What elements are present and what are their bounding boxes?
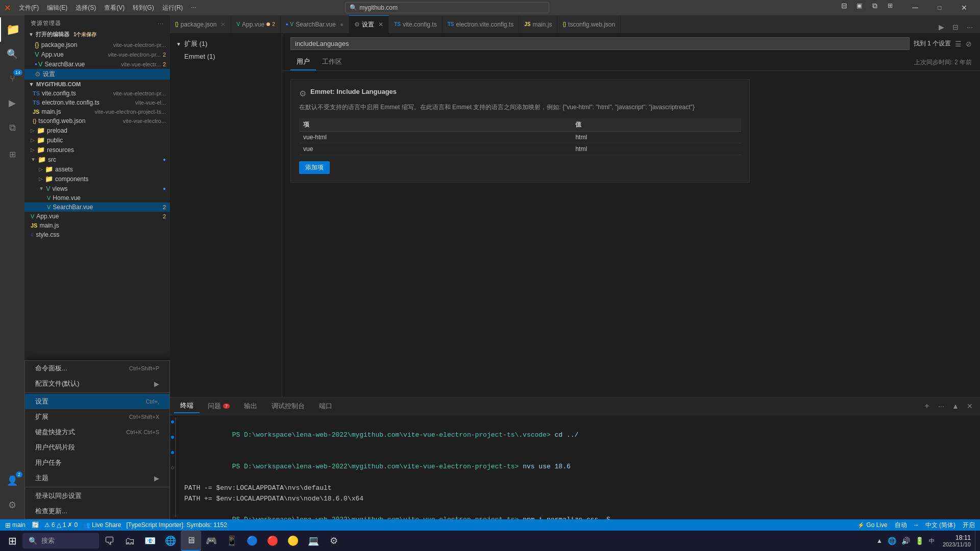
tab-electronvite[interactable]: TS electron.vite.config.ts xyxy=(443,15,520,33)
settings-tab-workspace[interactable]: 工作区 xyxy=(316,54,348,70)
tab-settings[interactable]: ⚙ 设置 ✕ xyxy=(349,15,389,33)
open-editor-item-settings[interactable]: ⚙ 设置 xyxy=(24,69,170,80)
show-desktop-button[interactable] xyxy=(975,531,978,551)
tab-tsconfigweb[interactable]: {} tsconfig.web.json xyxy=(557,15,621,33)
taskbar-icon-game[interactable]: 🎮 xyxy=(201,531,222,551)
settings-card-gear-icon[interactable]: ⚙ xyxy=(299,89,306,98)
settings-add-item-button[interactable]: 添加项 xyxy=(299,161,330,174)
status-item-liveshare[interactable]: 👥 Live Share xyxy=(81,519,123,531)
terminal-tab-problems[interactable]: 问题 7 xyxy=(202,399,236,413)
folder-public[interactable]: ▷ 📁 public xyxy=(24,135,170,145)
taskbar-icon-terminal[interactable]: 💻 xyxy=(303,531,324,551)
tab-close-2[interactable]: ● xyxy=(340,21,344,28)
status-item-language[interactable]: 中文 (简体) xyxy=(922,519,959,531)
activity-item-manage[interactable]: ⚙ xyxy=(0,493,24,517)
context-menu-item-sync[interactable]: 登录以同步设置 xyxy=(25,488,169,504)
folder-components[interactable]: ▷ 📁 components xyxy=(24,174,170,184)
menu-select[interactable]: 选择(S) xyxy=(71,2,100,14)
settings-section-header[interactable]: ▼ 扩展 (1) xyxy=(170,37,282,51)
tab-more-button[interactable]: ··· xyxy=(964,21,976,33)
tab-package-json[interactable]: {} package.json ✕ xyxy=(170,15,231,33)
tray-icon-battery[interactable]: 🔋 xyxy=(913,536,926,546)
taskbar-icon-chat[interactable]: 🗨 xyxy=(99,531,119,551)
tree-item-mainjs[interactable]: JS main.js vite-vue-electron-project-ts.… xyxy=(24,107,170,116)
window-minimize[interactable]: ─ xyxy=(903,0,927,15)
taskbar-icon-explorer[interactable]: 🗂 xyxy=(119,531,140,551)
status-item-sync[interactable]: 🔄 xyxy=(30,519,41,531)
terminal-close-button[interactable]: ✕ xyxy=(964,400,976,412)
folder-assets[interactable]: ▷ 📁 assets xyxy=(24,164,170,174)
open-editor-item-appvue[interactable]: V App.vue vite-vue-electron-pr... 2 xyxy=(24,49,170,59)
status-item-arrow[interactable]: → xyxy=(911,519,921,531)
status-item-branch[interactable]: ⊞ main xyxy=(2,519,29,531)
settings-filter-button[interactable]: ☰ xyxy=(955,40,962,48)
folder-views[interactable]: ▼ V views ● xyxy=(24,184,170,193)
menu-edit[interactable]: 编辑(E) xyxy=(43,2,71,14)
taskbar-icon-edge[interactable]: 🌐 xyxy=(160,531,181,551)
taskbar-icon-app1[interactable]: 📱 xyxy=(222,531,242,551)
context-menu-item-ext[interactable]: 扩展 Ctrl+Shift+X xyxy=(25,409,169,424)
terminal-more-button[interactable]: ··· xyxy=(935,400,947,412)
activity-item-scm[interactable]: ⑂ 14 xyxy=(0,66,24,91)
menu-view[interactable]: 查看(V) xyxy=(100,2,129,14)
tab-close-settings[interactable]: ✕ xyxy=(378,21,383,28)
status-item-tsimporter[interactable]: [TypeScript Importer]: Symbols: 1152 xyxy=(124,519,229,531)
context-menu-item-tasks[interactable]: 用户任务 xyxy=(25,455,169,470)
context-menu-item-theme[interactable]: 主题 ▶ xyxy=(25,470,169,486)
file-homevue[interactable]: V Home.vue xyxy=(24,193,170,203)
context-menu-item-kbd[interactable]: 键盘快捷方式 Ctrl+K Ctrl+S xyxy=(25,424,169,440)
tab-searchbarvue[interactable]: ● V SearchBar.vue ● xyxy=(281,15,349,33)
file-mainjs-2[interactable]: JS main.js xyxy=(24,221,170,230)
open-editor-item-searchbar[interactable]: ● V SearchBar.vue vite-vue-electr... 2 xyxy=(24,59,170,69)
tab-run-button[interactable]: ▶ xyxy=(935,21,947,33)
tab-close-icon[interactable]: ✕ xyxy=(220,21,226,28)
taskbar-clock[interactable]: 18:11 2023/11/10 xyxy=(939,534,975,547)
terminal-add-button[interactable]: + xyxy=(921,400,933,412)
menu-run[interactable]: 运行(R) xyxy=(158,2,187,14)
activity-item-extensions[interactable]: ⧉ xyxy=(0,115,24,140)
file-stylecss[interactable]: # style.css xyxy=(24,230,170,239)
tray-icon-1[interactable]: ▲ xyxy=(874,536,885,545)
status-item-errors[interactable]: ⚠ 6 △ 1 ✗ 0 xyxy=(42,519,80,531)
status-item-golive[interactable]: ⚡ Go Live xyxy=(854,519,890,531)
file-searchbarvue[interactable]: V SearchBar.vue 2 xyxy=(24,203,170,212)
tray-icon-sound[interactable]: 🔊 xyxy=(899,536,912,546)
layout-toggle-2[interactable]: ▣ xyxy=(852,0,867,11)
terminal-tab-output[interactable]: 输出 xyxy=(238,399,263,413)
tray-icon-input[interactable]: 中 xyxy=(927,536,937,546)
taskbar-icon-chrome[interactable]: 🔵 xyxy=(242,531,262,551)
activity-item-remote[interactable]: ⊞ xyxy=(0,142,24,166)
context-menu-item-update[interactable]: 检查更新... xyxy=(25,504,169,519)
activity-item-accounts[interactable]: 👤 2 xyxy=(0,468,24,493)
activity-item-explorer[interactable]: 📁 xyxy=(0,17,24,42)
context-menu-item-cmd[interactable]: 命令面板... Ctrl+Shift+P xyxy=(25,361,169,376)
terminal-tab-debug[interactable]: 调试控制台 xyxy=(265,399,311,413)
layout-toggle-4[interactable]: ⊞ xyxy=(883,0,897,11)
layout-toggle-3[interactable]: ⧉ xyxy=(868,0,882,11)
menu-file[interactable]: 文件(F) xyxy=(15,2,43,14)
tab-split-button[interactable]: ⊟ xyxy=(949,21,962,33)
tab-mainjs[interactable]: JS main.js xyxy=(519,15,557,33)
context-menu-item-snippets[interactable]: 用户代码片段 xyxy=(25,440,169,455)
file-appvue[interactable]: V App.vue 2 xyxy=(24,212,170,221)
titlebar-search-box[interactable]: 🔍 mygithub.com xyxy=(345,2,549,13)
taskbar-icon-vscode[interactable]: 🖥 xyxy=(181,531,201,551)
taskbar-search-box[interactable]: 🔍 搜索 xyxy=(22,533,99,548)
status-item-autosave[interactable]: 自动 xyxy=(892,519,910,531)
context-menu-item-settings[interactable]: 设置 Ctrl+, xyxy=(25,394,169,409)
terminal-maximize-button[interactable]: ▲ xyxy=(949,400,962,412)
terminal-tab-terminal[interactable]: 终端 xyxy=(174,399,200,413)
window-close[interactable]: ✕ xyxy=(952,0,976,15)
taskbar-icon-mail[interactable]: 📧 xyxy=(140,531,160,551)
window-maximize[interactable]: □ xyxy=(928,0,951,15)
menu-goto[interactable]: 转到(G) xyxy=(129,2,158,14)
layout-toggle-1[interactable]: ⊟ xyxy=(837,0,851,11)
tree-item-viteconfig[interactable]: TS vite.config.ts vite-vue-electron-pr..… xyxy=(24,89,170,98)
settings-clear-filter-button[interactable]: ⊘ xyxy=(966,40,972,48)
folder-resources[interactable]: ▷ 📁 resources xyxy=(24,145,170,155)
status-item-toggle[interactable]: 开启 xyxy=(960,519,978,531)
activity-item-run[interactable]: ▶ xyxy=(0,91,24,115)
folder-preload[interactable]: ▷ 📁 preload xyxy=(24,126,170,135)
tree-item-electronvite[interactable]: TS electron.vite.config.ts vite-vue-el..… xyxy=(24,98,170,107)
open-editor-item-package[interactable]: {} package.json vite-vue-electron-pr... xyxy=(24,40,170,49)
